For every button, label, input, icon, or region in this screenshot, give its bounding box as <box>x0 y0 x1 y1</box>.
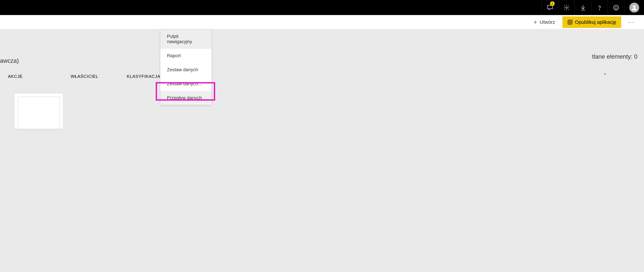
publish-label: Opublikuj aplikację <box>575 19 616 25</box>
feedback-button[interactable] <box>608 0 624 15</box>
content-thumbnail[interactable] <box>14 93 64 129</box>
dropdown-item-dataflow[interactable]: Przepływ danych <box>160 91 212 105</box>
create-button[interactable]: Utwórz <box>529 17 559 27</box>
create-label: Utwórz <box>540 19 555 25</box>
degree-symbol: ° <box>604 72 606 78</box>
dropdown-item-report[interactable]: Raport <box>160 49 212 63</box>
dropdown-item-dashboard[interactable]: Pulpit nawigacyjny <box>160 30 212 49</box>
publish-app-button[interactable]: Opublikuj aplikację <box>562 16 621 28</box>
download-icon <box>580 4 586 11</box>
column-owner: WŁAŚCICIEL <box>71 74 127 79</box>
notification-badge: 1 <box>550 1 555 6</box>
workspace-name-partial: awcza) <box>0 57 19 64</box>
svg-point-4 <box>616 7 617 7</box>
ellipsis-icon: ··· <box>628 19 634 26</box>
avatar <box>629 3 639 13</box>
plus-icon <box>533 20 538 25</box>
top-bar: 1 <box>0 0 644 15</box>
content-area: awcza) tlane elementy: 0 AKCJE WŁAŚCICIE… <box>0 29 644 272</box>
settings-button[interactable] <box>558 0 575 15</box>
column-headers: AKCJE WŁAŚCICIEL KLASYFIKACJA <box>0 74 644 79</box>
svg-point-5 <box>633 5 635 8</box>
svg-point-3 <box>615 7 616 7</box>
action-bar: Utwórz Opublikuj aplikację ··· <box>0 15 644 29</box>
svg-point-2 <box>614 5 618 10</box>
download-button[interactable] <box>575 0 591 15</box>
gear-icon <box>563 4 570 11</box>
smiley-icon <box>613 4 620 11</box>
more-options-button[interactable]: ··· <box>624 17 638 27</box>
column-actions: AKCJE <box>8 74 71 79</box>
dropdown-item-dataset[interactable]: Zestaw danych <box>160 63 212 77</box>
dropdown-item-dataset-more[interactable]: Zestaw danych... <box>160 77 212 91</box>
notifications-button[interactable]: 1 <box>542 0 558 15</box>
question-icon <box>596 4 603 11</box>
svg-point-1 <box>599 9 600 10</box>
account-button[interactable] <box>624 0 644 15</box>
svg-point-0 <box>566 7 568 9</box>
app-grid-icon <box>568 20 573 25</box>
person-icon <box>631 4 638 11</box>
thumbnail-inner <box>18 97 60 130</box>
help-button[interactable] <box>591 0 608 15</box>
displayed-count-label: tlane elementy: 0 <box>592 53 638 60</box>
create-dropdown-menu: Pulpit nawigacyjny Raport Zestaw danych … <box>160 29 212 105</box>
